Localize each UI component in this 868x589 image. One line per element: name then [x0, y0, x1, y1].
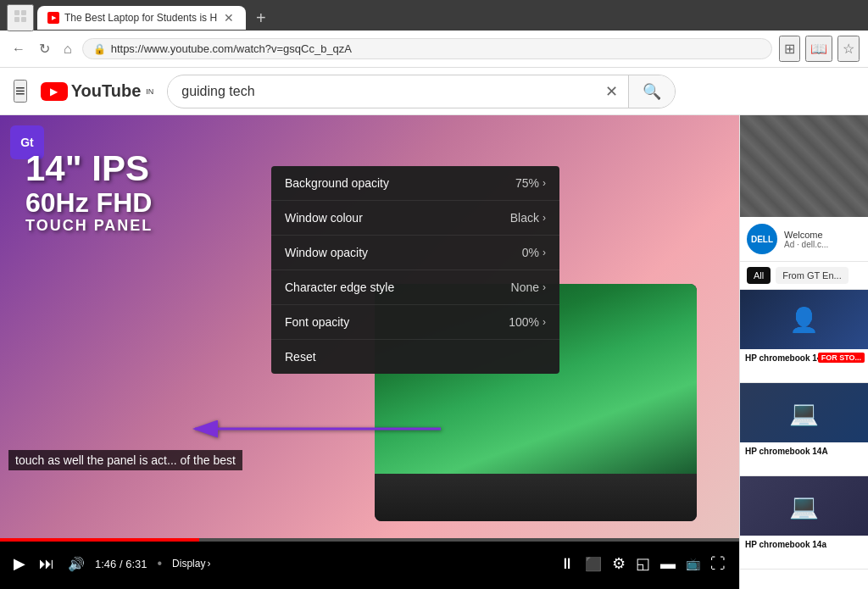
menu-item-window-colour[interactable]: Window colour Black › — [271, 201, 559, 236]
video-background: Gt 14" IPS 60Hz FHD TOUCH PANEL touch as… — [0, 115, 739, 538]
menu-item-font-opacity[interactable]: Font opacity 100% › — [271, 305, 559, 340]
video-area: Gt 14" IPS 60Hz FHD TOUCH PANEL touch as… — [0, 115, 739, 589]
home-button[interactable]: ⌂ — [60, 38, 75, 60]
tab-close-button[interactable]: ✕ — [222, 11, 236, 25]
sidebar-video-title-2: HP chromebook 14A — [740, 442, 868, 460]
youtube-logo-text: YouTube — [71, 81, 142, 101]
progress-bar-container[interactable] — [0, 538, 739, 542]
svg-rect-1 — [21, 10, 26, 15]
thumb-laptop-2: 💻 — [789, 492, 819, 520]
video-text-overlay: 14" IPS 60Hz FHD TOUCH PANEL — [25, 149, 153, 235]
grid-view-button[interactable]: ⊞ — [779, 36, 800, 62]
sidebar-thumb-badge-1: FOR STO... — [818, 353, 865, 363]
right-sidebar: DELL Welcome Ad · dell.c... All From GT … — [739, 115, 868, 589]
display-button[interactable]: Display › — [172, 558, 210, 570]
filter-chip-all[interactable]: All — [747, 267, 771, 284]
new-tab-button[interactable]: + — [249, 8, 273, 28]
menu-item-label-bg-opacity: Background opacity — [285, 176, 515, 190]
sidebar-video-1[interactable]: 👤 HP chromebook 14A FOR STO... — [740, 290, 868, 383]
thumb-person: 👤 — [789, 306, 819, 334]
dell-text-area: Welcome Ad · dell.c... — [784, 230, 828, 249]
menu-item-value-bg-opacity: 75% — [515, 176, 539, 190]
chevron-right-icon: › — [542, 177, 546, 189]
sidebar-ad-image — [740, 115, 868, 217]
display-label: Display — [172, 558, 205, 570]
sidebar-thumb-3: 💻 — [740, 476, 868, 536]
menu-item-value-window-opacity: 0% — [522, 246, 539, 259]
video-text-ips: 14" IPS — [25, 149, 153, 188]
chevron-right-icon-2: › — [542, 212, 546, 224]
tab-switcher-button[interactable] — [7, 4, 34, 31]
progress-bar-fill — [0, 538, 199, 542]
search-clear-button[interactable]: ✕ — [595, 75, 628, 108]
browser-tab-active[interactable]: The Best Laptop for Students is H ✕ — [37, 6, 246, 30]
theater-button[interactable]: ▬ — [657, 552, 679, 576]
sidebar-video-title-3: HP chromebook 14a — [740, 536, 868, 553]
tab-title: The Best Laptop for Students is H — [64, 12, 217, 24]
pause-button[interactable]: ⏸ — [556, 552, 578, 576]
search-submit-button[interactable]: 🔍 — [628, 75, 675, 108]
youtube-menu-button[interactable]: ≡ — [14, 80, 27, 103]
next-button[interactable]: ⏭ — [36, 552, 58, 576]
menu-item-label-char-edge: Character edge style — [285, 281, 511, 294]
sidebar-thumb-1: 👤 — [740, 290, 868, 349]
dot-separator: • — [157, 556, 162, 571]
chevron-right-icon-3: › — [542, 247, 546, 258]
tab-favicon-youtube — [47, 12, 59, 24]
caption-settings-menu: Background opacity 75% › Window colour B… — [271, 166, 559, 374]
refresh-button[interactable]: ↻ — [36, 37, 53, 60]
nav-bar: ← ↻ ⌂ 🔒 https://www.youtube.com/watch?v=… — [0, 31, 868, 68]
ctrl-group-right: ⏸ ⬛ ⚙ ◱ ▬ 📺 ⛶ — [556, 551, 729, 576]
favorites-button[interactable]: ☆ — [837, 36, 860, 62]
menu-item-reset[interactable]: Reset — [271, 340, 559, 374]
sidebar-thumb-2: 💻 — [740, 383, 868, 442]
browser-chrome: The Best Laptop for Students is H ✕ + ← … — [0, 0, 868, 68]
video-controls: ▶ ⏭ 🔊 1:46 / 6:31 • Display › ⏸ ⬛ ⚙ ◱ ▬ … — [0, 538, 739, 589]
display-arrow: › — [207, 558, 210, 570]
volume-button[interactable]: 🔊 — [64, 553, 88, 575]
filter-chip-from[interactable]: From GT En... — [776, 267, 848, 284]
video-text-fhd: 60Hz FHD — [25, 188, 153, 218]
sidebar-dell-info[interactable]: DELL Welcome Ad · dell.c... — [740, 217, 868, 262]
thumb-laptop: 💻 — [789, 399, 819, 427]
menu-item-window-opacity[interactable]: Window opacity 0% › — [271, 236, 559, 270]
tab-bar: The Best Laptop for Students is H ✕ + — [0, 0, 868, 31]
chevron-right-icon-5: › — [542, 316, 546, 328]
play-button[interactable]: ▶ — [10, 551, 29, 576]
youtube-header: ≡ YouTube IN ✕ 🔍 — [0, 68, 868, 115]
menu-item-label-font-opacity: Font opacity — [285, 315, 509, 329]
captions-button[interactable]: ⬛ — [581, 553, 605, 575]
sidebar-ad — [740, 115, 868, 217]
main-content: Gt 14" IPS 60Hz FHD TOUCH PANEL touch as… — [0, 115, 868, 589]
menu-item-char-edge[interactable]: Character edge style None › — [271, 270, 559, 305]
svg-rect-0 — [14, 10, 19, 15]
settings-button[interactable]: ⚙ — [609, 551, 629, 576]
svg-rect-2 — [14, 17, 19, 22]
address-bar[interactable]: 🔒 https://www.youtube.com/watch?v=gsqCc_… — [82, 38, 772, 59]
dell-logo: DELL — [747, 224, 777, 254]
nav-actions: ⊞ 📖 ☆ — [779, 36, 860, 62]
youtube-logo-icon — [41, 82, 68, 101]
sidebar-video-2[interactable]: 💻 HP chromebook 14A — [740, 383, 868, 476]
time-total: 6:31 — [125, 558, 147, 570]
miniplayer-button[interactable]: ◱ — [632, 551, 654, 576]
dell-sub-text: Ad · dell.c... — [784, 240, 828, 249]
fullscreen-button[interactable]: ⛶ — [707, 552, 729, 576]
cast-button[interactable]: 📺 — [682, 553, 704, 574]
search-bar: ✕ 🔍 — [167, 75, 676, 108]
search-input[interactable] — [168, 77, 595, 106]
back-button[interactable]: ← — [8, 38, 29, 60]
filter-bar: All From GT En... — [740, 262, 868, 290]
menu-item-value-window-colour: Black — [510, 211, 539, 225]
time-current: 1:46 — [95, 558, 116, 570]
read-mode-button[interactable]: 📖 — [805, 36, 832, 62]
youtube-logo[interactable]: YouTube IN — [41, 81, 154, 101]
laptop-base — [375, 474, 697, 521]
dell-welcome-text: Welcome — [784, 230, 828, 240]
menu-item-value-font-opacity: 100% — [509, 315, 539, 329]
svg-rect-3 — [21, 17, 26, 22]
chevron-right-icon-4: › — [542, 281, 546, 293]
sidebar-video-3[interactable]: 💻 HP chromebook 14a — [740, 476, 868, 570]
menu-item-bg-opacity[interactable]: Background opacity 75% › — [271, 166, 559, 201]
menu-item-value-char-edge: None — [511, 281, 539, 294]
